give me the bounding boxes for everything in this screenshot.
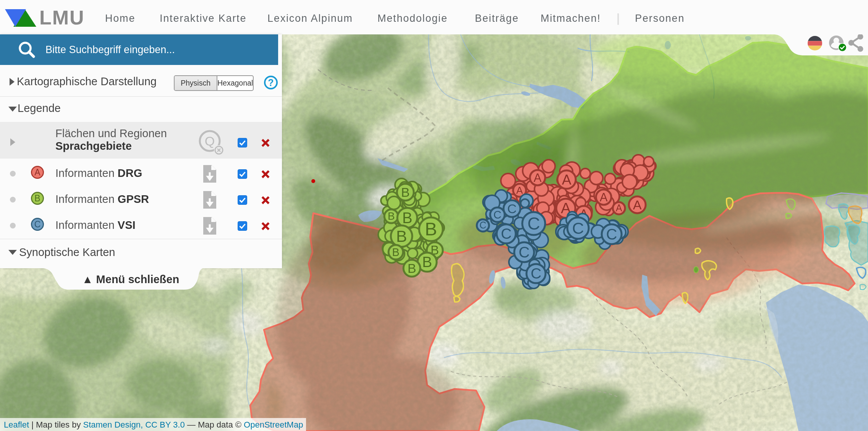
svg-text:A: A (600, 191, 608, 204)
svg-text:B: B (422, 254, 432, 270)
svg-text:A: A (516, 185, 523, 196)
svg-text:B: B (408, 261, 416, 275)
svg-text:B: B (388, 210, 395, 222)
svg-text:C: C (494, 209, 502, 221)
svg-text:C: C (572, 219, 584, 237)
svg-text:A: A (534, 171, 542, 185)
svg-text:C: C (507, 201, 517, 216)
svg-text:C: C (501, 225, 512, 242)
svg-text:B: B (425, 219, 437, 239)
svg-text:A: A (633, 198, 642, 212)
svg-text:C: C (527, 214, 540, 233)
svg-text:C: C (519, 244, 530, 261)
svg-text:C: C (531, 265, 541, 282)
svg-text:A: A (562, 172, 572, 188)
svg-text:B: B (402, 209, 413, 226)
svg-text:B: B (392, 246, 399, 258)
svg-text:C: C (606, 226, 617, 243)
svg-text:▲ Menü schließen: ▲ Menü schließen (82, 273, 179, 285)
svg-text:B: B (401, 185, 410, 199)
svg-text:B: B (396, 227, 407, 245)
svg-text:Q: Q (205, 134, 215, 148)
svg-text:A: A (616, 203, 622, 213)
svg-text:C: C (479, 220, 486, 230)
